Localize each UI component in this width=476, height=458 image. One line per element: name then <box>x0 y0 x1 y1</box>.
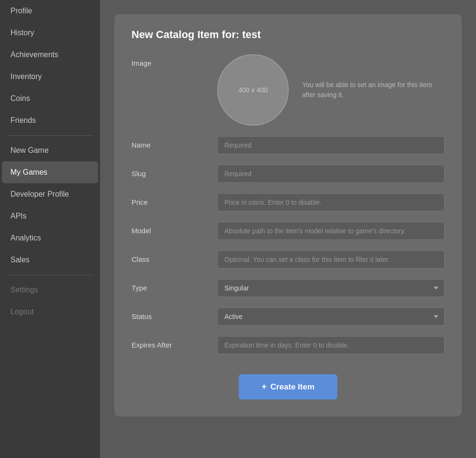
status-select[interactable]: Active Inactive Draft <box>217 308 445 326</box>
sidebar-item-logout[interactable]: Logout <box>2 301 98 323</box>
image-row: Image 400 x 400 You will be able to set … <box>132 54 445 126</box>
class-label: Class <box>132 250 217 263</box>
sidebar-item-friends[interactable]: Friends <box>2 110 98 131</box>
model-row: Model <box>132 222 445 240</box>
price-label: Price <box>132 193 217 206</box>
main-content: New Catalog Item for: test Image 400 x 4… <box>100 0 476 458</box>
sidebar-item-developer-profile[interactable]: Developer Profile <box>2 183 98 205</box>
class-row: Class <box>132 250 445 269</box>
sidebar-item-my-games[interactable]: My Games <box>2 161 98 183</box>
image-label: Image <box>132 54 217 67</box>
sidebar-item-sales[interactable]: Sales <box>2 249 98 271</box>
class-input[interactable] <box>217 250 445 269</box>
create-item-button[interactable]: + Create Item <box>239 374 337 399</box>
price-input[interactable] <box>217 193 445 211</box>
sidebar-item-coins[interactable]: Coins <box>2 88 98 110</box>
btn-row: + Create Item <box>132 365 445 399</box>
modal-card: New Catalog Item for: test Image 400 x 4… <box>114 14 462 417</box>
slug-label: Slug <box>132 165 217 178</box>
sidebar: ProfileHistoryAchievementsInventoryCoins… <box>0 0 100 458</box>
type-label: Type <box>132 279 217 292</box>
expires-after-input[interactable] <box>217 336 445 354</box>
sidebar-divider-1 <box>7 135 93 136</box>
type-select[interactable]: Singular Consumable Bundle <box>217 279 445 297</box>
image-hint: You will be able to set an image for thi… <box>302 80 445 100</box>
name-input[interactable] <box>217 136 445 154</box>
sidebar-item-inventory[interactable]: Inventory <box>2 66 98 88</box>
name-label: Name <box>132 136 217 149</box>
expires-after-row: Expires After <box>132 336 445 354</box>
type-row: Type Singular Consumable Bundle <box>132 279 445 297</box>
create-item-label: Create Item <box>270 382 314 392</box>
status-label: Status <box>132 308 217 320</box>
sidebar-item-new-game[interactable]: New Game <box>2 139 98 161</box>
sidebar-item-achievements[interactable]: Achievements <box>2 44 98 66</box>
slug-input[interactable] <box>217 165 445 183</box>
sidebar-item-analytics[interactable]: Analytics <box>2 227 98 249</box>
model-label: Model <box>132 222 217 235</box>
expires-after-label: Expires After <box>132 336 217 349</box>
slug-row: Slug <box>132 165 445 183</box>
plus-icon: + <box>262 382 267 392</box>
status-row: Status Active Inactive Draft <box>132 308 445 326</box>
image-section: 400 x 400 You will be able to set an ima… <box>217 54 445 126</box>
modal-title: New Catalog Item for: test <box>132 29 445 41</box>
price-row: Price <box>132 193 445 211</box>
sidebar-item-history[interactable]: History <box>2 22 98 44</box>
name-row: Name <box>132 136 445 154</box>
image-placeholder: 400 x 400 <box>217 54 289 126</box>
sidebar-item-profile[interactable]: Profile <box>2 0 98 22</box>
sidebar-item-apis[interactable]: APIs <box>2 205 98 227</box>
image-size-text: 400 x 400 <box>238 86 268 94</box>
sidebar-item-settings[interactable]: Settings <box>2 279 98 301</box>
model-input[interactable] <box>217 222 445 240</box>
sidebar-divider-2 <box>7 275 93 275</box>
